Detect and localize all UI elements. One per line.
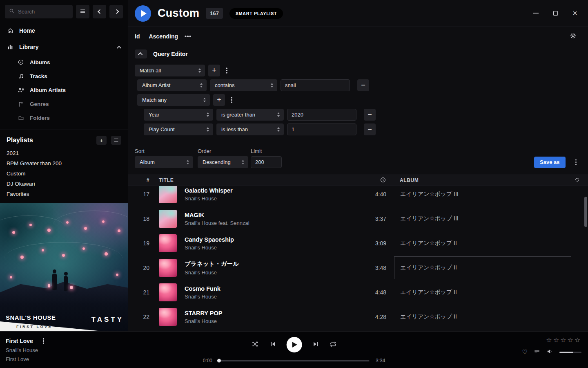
- add-playlist-button[interactable]: +: [96, 136, 107, 145]
- progress-handle[interactable]: [217, 359, 221, 363]
- playlist-item[interactable]: DJ Okawari: [0, 179, 128, 189]
- collapse-chevron-icon[interactable]: [118, 44, 121, 50]
- track-artist[interactable]: Snail's House: [185, 269, 350, 276]
- group-options-button[interactable]: [223, 65, 230, 76]
- playlist-header: Custom 167 SMART PLAYLIST: [128, 0, 588, 27]
- sort-select[interactable]: Album: [135, 156, 193, 168]
- track-artist[interactable]: Snail's House: [185, 318, 350, 324]
- column-favorite[interactable]: [571, 177, 583, 184]
- track-album[interactable]: エイリアン☆ポップ III: [394, 207, 571, 230]
- scrollbar-thumb[interactable]: [584, 197, 587, 227]
- track-artist[interactable]: Snail's House: [185, 245, 350, 251]
- table-row[interactable]: 18 MAGIK Snail's House feat. Sennzai 3:3…: [128, 206, 588, 231]
- playlist-view-button[interactable]: [111, 136, 121, 145]
- subgroup-match-select[interactable]: Match any: [137, 94, 210, 106]
- query-editor-collapse-button[interactable]: [135, 49, 147, 58]
- column-title[interactable]: TITLE: [153, 177, 350, 183]
- settings-gear-button[interactable]: [570, 32, 577, 40]
- rule-field-select[interactable]: Album Artist: [137, 79, 207, 91]
- minimize-button[interactable]: [532, 10, 539, 16]
- track-album[interactable]: エイリアン☆ポップ III: [394, 186, 571, 206]
- track-artist[interactable]: Snail's House: [185, 195, 350, 202]
- subgroup-add-rule-button[interactable]: +: [213, 94, 225, 106]
- favorite-button[interactable]: ♡: [522, 348, 528, 356]
- queue-button[interactable]: [534, 348, 540, 356]
- search-input[interactable]: [18, 9, 62, 15]
- rule-field-select[interactable]: Year: [144, 109, 213, 121]
- repeat-button[interactable]: [330, 341, 337, 349]
- rule-operator-select[interactable]: contains: [210, 79, 277, 91]
- sidebar-item-folders[interactable]: Folders: [0, 111, 128, 125]
- close-button[interactable]: ×: [572, 10, 578, 16]
- query-options-button[interactable]: [573, 156, 579, 168]
- volume-slider[interactable]: [559, 352, 581, 353]
- track-album[interactable]: エイリアン☆ポップ II: [394, 305, 571, 328]
- rule-value-input[interactable]: [287, 109, 356, 121]
- save-as-button[interactable]: Save as: [534, 157, 565, 168]
- playlist-item[interactable]: BPM Greater than 200: [0, 158, 128, 168]
- track-title[interactable]: STARRY POP: [185, 310, 350, 316]
- track-album-focused[interactable]: エイリアン☆ポップ II: [394, 256, 571, 279]
- rule-value-input[interactable]: [281, 79, 350, 91]
- order-select[interactable]: Descending: [198, 156, 248, 168]
- forward-button[interactable]: [109, 5, 123, 18]
- column-index[interactable]: #: [135, 177, 153, 183]
- sidebar-item-tracks[interactable]: Tracks: [0, 69, 128, 83]
- track-album[interactable]: エイリアン☆ポップ II: [394, 232, 571, 255]
- play-pause-button[interactable]: [287, 337, 302, 352]
- table-row[interactable]: 20 プラネット・ガール Snail's House 3:48 エイリアン☆ポッ…: [128, 256, 588, 280]
- rule-field-select[interactable]: Play Count: [144, 123, 213, 135]
- menu-button[interactable]: [76, 5, 89, 18]
- playlist-item[interactable]: 2021: [0, 148, 128, 158]
- track-artist[interactable]: Snail's House feat. Sennzai: [185, 220, 350, 226]
- column-album[interactable]: ALBUM: [394, 177, 571, 183]
- back-button[interactable]: [93, 5, 106, 18]
- sidebar-item-genres[interactable]: Genres: [0, 97, 128, 111]
- maximize-button[interactable]: [552, 10, 559, 16]
- next-button[interactable]: [312, 341, 319, 349]
- sidebar-item-album-artists[interactable]: Album Artists: [0, 83, 128, 97]
- track-title[interactable]: Galactic Whisper: [185, 187, 350, 194]
- now-playing-options-button[interactable]: [40, 338, 47, 344]
- shuffle-button[interactable]: [252, 340, 259, 349]
- search-box[interactable]: [5, 5, 73, 18]
- match-select[interactable]: Match all: [135, 65, 205, 76]
- sidebar-item-home[interactable]: Home: [0, 22, 128, 39]
- remove-rule-button[interactable]: −: [364, 123, 376, 135]
- play-playlist-button[interactable]: [135, 5, 151, 22]
- limit-input[interactable]: [251, 156, 282, 168]
- rule-operator-select[interactable]: is less than: [216, 123, 284, 135]
- column-duration[interactable]: [350, 177, 387, 184]
- now-playing-artist[interactable]: Snail's House: [6, 347, 47, 353]
- playlist-item[interactable]: Custom: [0, 168, 128, 179]
- table-row[interactable]: 19 Candy Spaceship Snail's House 3:09 エイ…: [128, 231, 588, 256]
- track-title[interactable]: Candy Spaceship: [185, 236, 350, 243]
- table-row[interactable]: 21 Cosmo Funk Snail's House 4:48 エイリアン☆ポ…: [128, 280, 588, 305]
- sidebar-item-library[interactable]: Library: [0, 39, 128, 55]
- track-album[interactable]: エイリアン☆ポップ II: [394, 281, 571, 304]
- track-artist[interactable]: Snail's House: [185, 294, 350, 300]
- track-title[interactable]: MAGIK: [185, 212, 350, 218]
- previous-button[interactable]: [270, 341, 276, 349]
- mute-button[interactable]: [546, 348, 553, 356]
- remove-rule-button[interactable]: −: [357, 79, 369, 91]
- subgroup-options-button[interactable]: [228, 94, 235, 106]
- sort-direction-label[interactable]: Ascending: [149, 33, 178, 40]
- add-rule-button[interactable]: +: [208, 65, 220, 76]
- rule-value-input[interactable]: [287, 123, 356, 135]
- rule-operator-select[interactable]: is greater than: [216, 109, 284, 121]
- rating-stars[interactable]: ☆☆☆☆☆: [546, 336, 581, 344]
- track-title[interactable]: プラネット・ガール: [185, 260, 350, 268]
- table-row[interactable]: 22 STARRY POP Snail's House 4:28 エイリアン☆ポ…: [128, 305, 588, 329]
- track-title[interactable]: Cosmo Funk: [185, 285, 350, 292]
- more-options-icon[interactable]: [187, 36, 189, 37]
- now-playing-artwork[interactable]: SNAIL'S HOUSE FIRST LOVE TASTY: [0, 203, 128, 331]
- track-index: 20: [135, 265, 153, 271]
- sidebar-item-albums[interactable]: Albums: [0, 55, 128, 69]
- playlist-item[interactable]: Favorites: [0, 189, 128, 199]
- progress-bar[interactable]: [218, 360, 370, 361]
- sort-field-label[interactable]: Id: [135, 33, 140, 40]
- remove-rule-button[interactable]: −: [364, 109, 376, 121]
- table-row[interactable]: 17 Galactic Whisper Snail's House 4:40 エ…: [128, 186, 588, 206]
- now-playing-album[interactable]: First Love: [6, 356, 47, 362]
